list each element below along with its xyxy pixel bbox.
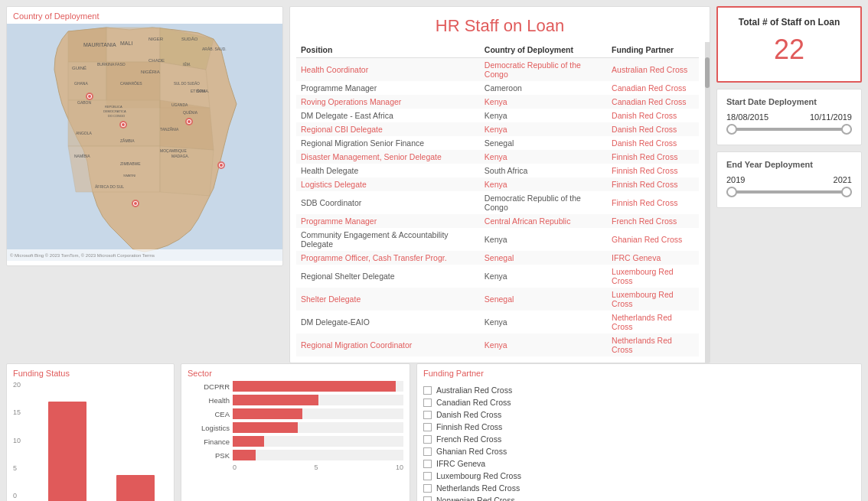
slider-thumb-right-2[interactable] [841,187,852,197]
checkbox[interactable] [423,472,432,480]
svg-text:MOÇAMBIQUE: MOÇAMBIQUE [160,148,187,153]
slider-thumb-right[interactable] [841,124,852,135]
sector-bar-row[interactable]: DCPRR [188,381,403,392]
cell-position: Shelter Delegate [296,288,480,311]
cell-country: South Africa [480,164,607,177]
map-area: MAURITANIA MALI NIGER SUDÃO ARÁB. SAUD. … [7,24,282,261]
table-row[interactable]: Roving Operations ManagerKenyaCanadian R… [296,95,699,109]
list-item[interactable]: IFRC Geneva [423,457,855,470]
list-item[interactable]: Netherlands Red Cross [423,482,855,494]
list-item[interactable]: Australian Red Cross [423,384,855,396]
list-item[interactable]: Danish Red Cross [423,408,855,421]
sector-bar-row[interactable]: Health [188,395,403,405]
table-row[interactable]: Regional Migration CoordinatorKenyaNethe… [296,333,699,356]
list-item[interactable]: Luxembourg Red Cross [423,470,855,482]
end-date-to: 2021 [834,175,852,184]
checkbox[interactable] [423,484,432,493]
cell-partner: Danish Red Cross [607,122,699,136]
cell-partner: Canadian Red Cross [607,95,699,109]
table-row[interactable]: Community Engagement & Accountability De… [296,228,699,251]
list-item[interactable]: Finnish Red Cross [423,421,855,433]
sector-bar-row[interactable]: Finance [188,436,403,447]
start-date-from: 18/08/2015 [726,112,768,122]
sector-bar-row[interactable]: PSK [188,450,403,460]
partner-name: Luxembourg Red Cross [436,471,521,480]
sector-bar-label: PSK [188,451,230,460]
bar-fully-funded[interactable]: Fully Funded [34,402,100,501]
cell-position: Health Delegate [296,164,480,177]
svg-text:NIGÉRIA: NIGÉRIA [141,70,160,74]
checkbox[interactable] [423,423,432,431]
svg-point-39 [122,123,125,126]
list-item[interactable]: Canadian Red Cross [423,396,855,408]
table-row[interactable]: Shelter DelegateSenegalLuxembourg Red Cr… [296,288,699,311]
slider-fill [726,128,852,131]
sector-bar-row[interactable]: CEA [188,408,403,419]
table-row[interactable]: Programme ManagerCameroonCanadian Red Cr… [296,81,699,95]
table-row[interactable]: Logistics DelegateKenyaFinnish Red Cross [296,177,699,191]
svg-text:NAMÍBIA: NAMÍBIA [74,154,90,158]
bar-part-funded[interactable]: Part Funded [103,475,168,501]
table-row[interactable]: Disaster Management, Senior DelegateKeny… [296,150,699,164]
slider-fill-2 [726,190,852,194]
checkbox[interactable] [423,411,432,419]
cell-partner: Finnish Red Cross [607,150,699,164]
start-date-title: Start Date Deployment [726,97,852,106]
table-row[interactable]: Health CoordinatorDemocratic Republic of… [296,58,699,82]
bar-chart: 20 15 10 5 0 Fully Funded Part Funded [13,381,168,501]
cell-position: Regional Migration Coordinator [296,333,480,356]
sector-bar-row[interactable]: Logistics [188,422,403,433]
checkbox[interactable] [423,447,432,456]
svg-point-33 [88,95,91,98]
svg-text:ETIÓPIA: ETIÓPIA [191,89,206,93]
sector-chart: DCPRRHealthCEALogisticsFinancePSK 0 5 10 [181,381,410,501]
list-item[interactable]: Ghanian Red Cross [423,445,855,457]
svg-text:ZIMBABWE: ZIMBABWE [120,161,141,166]
svg-text:GHANA: GHANA [74,81,88,86]
end-date-values: 2019 2021 [726,175,852,184]
slider-thumb-left[interactable] [726,124,737,135]
checkbox[interactable] [423,386,432,395]
cell-partner: Finnish Red Cross [607,177,699,191]
table-row[interactable]: Regional CBI DelegateKenyaDanish Red Cro… [296,122,699,136]
table-row[interactable]: DM Delegate-EAIOKenyaNetherlands Red Cro… [296,311,699,333]
right-column: Total # of Staff on Loan 22 Start Date D… [716,6,862,363]
table-row[interactable]: Programme Officer, Cash Transfer Progr.S… [296,251,699,265]
checkbox[interactable] [423,496,432,502]
checkbox[interactable] [423,399,432,407]
cell-country: Kenya [480,333,607,356]
checkbox[interactable] [423,435,432,444]
bar-fully-funded-bar [48,402,86,501]
scrollbar[interactable] [705,42,710,363]
svg-text:CAMARÕES: CAMARÕES [120,81,142,86]
table-row[interactable]: Regional Shelter DelegateKenyaLuxembourg… [296,265,699,288]
y-label-5: 5 [13,464,21,472]
table-row[interactable]: SDB CoordinatorDemocratic Republic of th… [296,191,699,214]
funding-title: Funding Status [7,364,174,381]
list-item[interactable]: French Red Cross [423,433,855,445]
svg-text:CHADE: CHADE [148,58,165,63]
cell-partner: Danish Red Cross [607,109,699,122]
list-item[interactable]: Norwegian Red Cross [423,494,855,501]
svg-text:SUDÃO: SUDÃO [181,37,198,41]
cell-position: Regional Migration Senior Finance [296,136,480,150]
end-date-slider[interactable] [726,190,852,194]
start-date-to: 10/11/2019 [810,112,852,122]
svg-text:MALI: MALI [120,41,132,46]
checkbox[interactable] [423,460,432,468]
cell-position: Regional CBI Delegate [296,122,480,136]
partner-name: Canadian Red Cross [436,398,511,407]
sector-bar-label: CEA [188,410,230,418]
table-row[interactable]: DM Delegate - East AfricaKenyaDanish Red… [296,109,699,122]
partner-name: Australian Red Cross [436,386,512,395]
cell-country: Kenya [480,150,607,164]
funding-chart: 20 15 10 5 0 Fully Funded Part Funded [7,381,174,501]
start-date-slider[interactable] [726,128,852,131]
table-scroll[interactable]: Position Country of Deployment Funding P… [290,42,705,363]
table-row[interactable]: Programme ManagerCentral African Republi… [296,214,699,228]
table-row[interactable]: Regional Migration Senior FinanceSenegal… [296,136,699,150]
slider-thumb-left-2[interactable] [726,187,737,197]
table-row[interactable]: Health DelegateSouth AfricaFinnish Red C… [296,164,699,177]
cell-position: Disaster Management, Senior Delegate [296,150,480,164]
sector-bar-fill [233,408,302,419]
